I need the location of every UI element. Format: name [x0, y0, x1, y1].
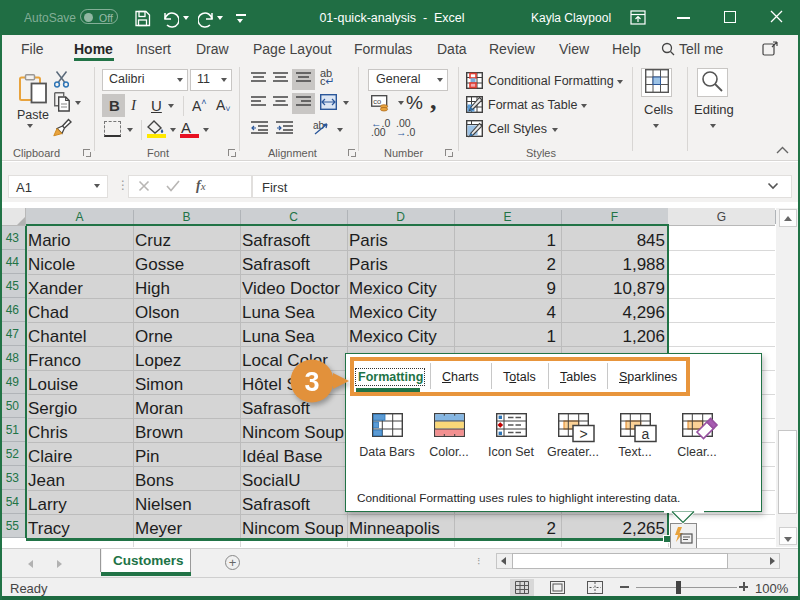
svg-text:a: a [642, 426, 650, 442]
svg-text:3: 3 [304, 367, 319, 397]
svg-text:co: co [373, 97, 381, 106]
svg-text:ab: ab [313, 120, 325, 131]
svg-text:>: > [579, 426, 587, 442]
